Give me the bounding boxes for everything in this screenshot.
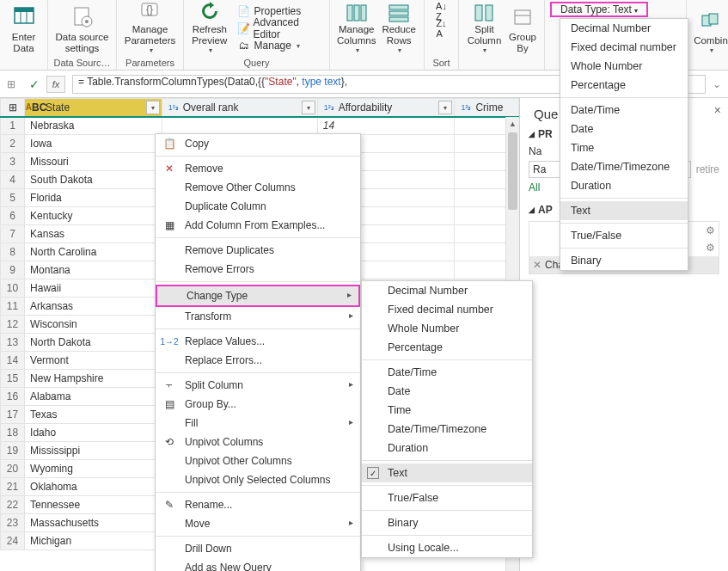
row-number[interactable]: 3 — [1, 153, 25, 171]
datatype-option-time[interactable]: Time — [560, 138, 688, 157]
ctx-unpivot-other[interactable]: Unpivot Other Columns — [156, 451, 360, 470]
changetype-option-date[interactable]: Date — [362, 382, 532, 401]
cell-state[interactable]: Massachusetts — [25, 514, 162, 532]
cell-overall-rank[interactable] — [162, 117, 317, 135]
row-number[interactable]: 21 — [1, 478, 25, 496]
manage-columns-button[interactable]: Manage Columns — [335, 3, 377, 56]
ctx-replace-values[interactable]: 1→2Replace Values... — [156, 332, 360, 351]
changetype-option-whole-number[interactable]: Whole Number — [362, 319, 532, 338]
changetype-option-true-false[interactable]: True/False — [362, 488, 532, 507]
dropdown-icon[interactable]: ⌄ — [713, 78, 721, 90]
datatype-option-duration[interactable]: Duration — [560, 176, 688, 195]
changetype-option-duration[interactable]: Duration — [362, 439, 532, 457]
cell-state[interactable]: Tennessee — [25, 496, 162, 514]
cell-state[interactable]: Hawaii — [25, 279, 162, 298]
cell-state[interactable]: Kentucky — [25, 207, 162, 225]
row-number[interactable]: 4 — [1, 171, 25, 189]
cell-state[interactable]: Florida — [25, 189, 162, 207]
cell-state[interactable]: Oklahoma — [25, 478, 162, 496]
split-column-button[interactable]: Split Column — [464, 3, 505, 56]
row-number[interactable]: 23 — [1, 514, 25, 532]
ctx-fill[interactable]: Fill — [156, 414, 360, 433]
ctx-change-type[interactable]: Change Type — [156, 285, 360, 307]
ctx-move[interactable]: Move — [156, 514, 360, 533]
changetype-option-date-time-timezone[interactable]: Date/Time/Timezone — [362, 420, 532, 439]
cell-state[interactable]: Missouri — [25, 153, 162, 171]
row-number[interactable]: 12 — [1, 316, 25, 334]
sort-desc-button[interactable]: Z↓A — [430, 20, 453, 37]
datatype-option-date-time[interactable]: Date/Time — [560, 101, 688, 120]
cell-state[interactable]: Arkansas — [25, 298, 162, 316]
row-number[interactable]: 13 — [1, 334, 25, 352]
reduce-rows-button[interactable]: Reduce Rows — [379, 3, 419, 56]
ctx-group-by[interactable]: ▤Group By... — [156, 395, 360, 414]
row-number[interactable]: 5 — [1, 189, 25, 207]
datatype-option-date-time-timezone[interactable]: Date/Time/Timezone — [560, 157, 688, 176]
cell-state[interactable]: Texas — [25, 406, 162, 424]
row-number[interactable]: 2 — [1, 135, 25, 153]
select-all-corner[interactable]: ⊞ — [1, 99, 25, 117]
group-by-button[interactable]: Group By — [506, 3, 539, 56]
column-header-affordability[interactable]: 1²₃Affordability ▾ — [317, 99, 455, 117]
changetype-option-date-time[interactable]: Date/Time — [362, 363, 532, 382]
cell-state[interactable]: Kansas — [25, 225, 162, 243]
ctx-remove-errors[interactable]: Remove Errors — [156, 260, 360, 279]
changetype-option-text[interactable]: ✓Text — [362, 464, 532, 482]
row-number[interactable]: 9 — [1, 261, 25, 279]
cell-state[interactable]: Montana — [25, 261, 162, 279]
cell-state[interactable]: Wisconsin — [25, 316, 162, 334]
cell-affordability[interactable]: 14 — [317, 117, 455, 135]
advanced-editor-button[interactable]: 📝Advanced Editor — [234, 20, 324, 37]
ctx-remove[interactable]: ✕Remove — [156, 159, 360, 178]
scroll-up-icon[interactable]: ▲ — [506, 117, 519, 131]
row-number[interactable]: 8 — [1, 243, 25, 261]
gear-icon[interactable]: ⚙ — [706, 224, 715, 236]
row-number[interactable]: 24 — [1, 532, 25, 550]
row-number[interactable]: 10 — [1, 279, 25, 298]
row-number[interactable]: 16 — [1, 388, 25, 406]
cell-state[interactable]: North Dakota — [25, 334, 162, 352]
cell-state[interactable]: Wyoming — [25, 460, 162, 478]
enter-data-button[interactable]: Enter Data — [5, 3, 42, 56]
cell-state[interactable]: Nebraska — [25, 117, 162, 135]
row-number[interactable]: 7 — [1, 225, 25, 243]
scroll-thumb[interactable] — [508, 132, 517, 210]
cell-state[interactable]: Mississippi — [25, 442, 162, 460]
ctx-add-new-query[interactable]: Add as New Query — [156, 558, 360, 571]
gear-icon[interactable]: ⚙ — [706, 242, 715, 254]
filter-button[interactable]: ▾ — [146, 101, 160, 114]
filter-button[interactable]: ▾ — [438, 101, 452, 114]
ctx-unpivot-selected[interactable]: Unpivot Only Selected Columns — [156, 470, 360, 489]
changetype-option-time[interactable]: Time — [362, 401, 532, 420]
datatype-option-percentage[interactable]: Percentage — [560, 76, 688, 95]
cell-state[interactable]: Michigan — [25, 532, 162, 550]
cell-state[interactable]: Vermont — [25, 352, 162, 370]
ctx-rename[interactable]: ✎Rename... — [156, 495, 360, 514]
datatype-option-fixed-decimal-number[interactable]: Fixed decimal number — [560, 38, 688, 57]
cell-state[interactable]: Alabama — [25, 388, 162, 406]
row-number[interactable]: 1 — [1, 117, 25, 135]
ctx-copy[interactable]: 📋Copy — [156, 134, 360, 153]
ctx-drill-down[interactable]: Drill Down — [156, 539, 360, 558]
datatype-option-decimal-number[interactable]: Decimal Number — [560, 19, 688, 38]
row-number[interactable]: 20 — [1, 460, 25, 478]
ctx-duplicate[interactable]: Duplicate Column — [156, 197, 360, 216]
ctx-remove-duplicates[interactable]: Remove Duplicates — [156, 241, 360, 260]
close-icon[interactable]: × — [714, 103, 721, 117]
ctx-replace-errors[interactable]: Replace Errors... — [156, 351, 360, 370]
changetype-option-using-locale-[interactable]: Using Locale... — [362, 538, 532, 557]
data-source-settings-button[interactable]: Data source settings — [53, 3, 111, 56]
ctx-remove-other[interactable]: Remove Other Columns — [156, 178, 360, 197]
row-number[interactable]: 11 — [1, 298, 25, 316]
step-delete-icon[interactable]: ✕ — [533, 259, 541, 271]
changetype-option-decimal-number[interactable]: Decimal Number — [362, 281, 532, 300]
row-number[interactable]: 15 — [1, 370, 25, 388]
column-header-crime[interactable]: 1²₃Crime — [455, 99, 519, 117]
changetype-option-percentage[interactable]: Percentage — [362, 338, 532, 357]
cell-state[interactable]: South Dakota — [25, 171, 162, 189]
changetype-option-binary[interactable]: Binary — [362, 513, 532, 532]
row-number[interactable]: 14 — [1, 352, 25, 370]
all-properties-link[interactable]: All — [529, 181, 540, 193]
ctx-unpivot[interactable]: ⟲Unpivot Columns — [156, 433, 360, 451]
sort-asc-button[interactable]: A↓Z — [430, 3, 453, 20]
